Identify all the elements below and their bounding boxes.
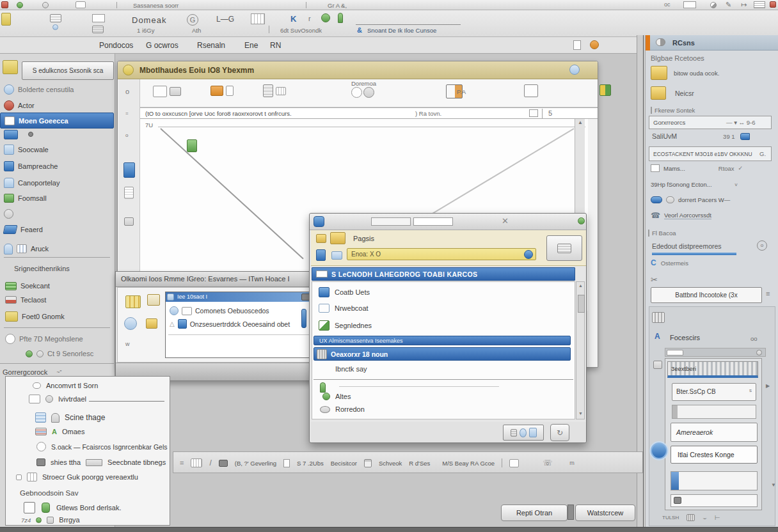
dialog-print-button[interactable] — [546, 235, 582, 261]
address-bar[interactable]: (tO to oxxcuscn [orve Uoc foro8 raoxrxor… — [140, 107, 598, 119]
menu-page-icon[interactable] — [573, 40, 581, 50]
strip-panel-icon[interactable] — [123, 162, 135, 178]
status-grid-icon[interactable] — [191, 458, 202, 467]
dialog-options-group[interactable] — [503, 425, 544, 441]
mini-window-titlebar[interactable]: Iee 10saot I — [166, 292, 314, 302]
dialog-close-icon[interactable]: ✕ — [502, 217, 509, 225]
tools-item-ancomvrt[interactable]: Ancomvrt tl Sorn — [33, 382, 98, 389]
itlai-badge-icon[interactable] — [651, 442, 667, 459]
margin-grid-icon[interactable] — [653, 361, 662, 369]
dialog-list-item-segnlednes[interactable]: Segnlednes — [319, 320, 372, 331]
list-row-amereaerok[interactable]: Amereaerok — [671, 423, 758, 442]
sidebar-item-foomsall[interactable]: Foomsall — [4, 191, 111, 206]
sidebar-search-button[interactable]: S edulkcnos Sxsonik sca — [22, 61, 114, 80]
dialog-titlebar[interactable]: ✕ — [310, 214, 586, 230]
r-tool-icon[interactable]: r — [308, 15, 311, 22]
status-seg-5[interactable]: M/S Beay RA Gcoe — [442, 460, 495, 467]
sidebar-item-sub-icon[interactable] — [4, 129, 42, 139]
dialog-scroll-down[interactable]: ▼ — [578, 411, 583, 416]
strip-doc-icon[interactable] — [124, 187, 134, 199]
tray-icon[interactable] — [92, 26, 104, 33]
mini-row-1[interactable]: Comonets Oebuoscedos — [170, 306, 269, 315]
mail-dot-icon[interactable] — [52, 24, 58, 30]
inner-window-titlebar[interactable]: Olkaomi Ioos Rmme IGreo: Esvarnes — ITwn… — [116, 272, 323, 287]
sidebar-item-foet[interactable]: Foet0 Gnomk — [5, 308, 113, 325]
sidebar-item-canoportelay[interactable]: Canoportelay — [4, 175, 111, 191]
sidebar-item-moen-selected[interactable]: Moen Goeecca — [0, 113, 114, 129]
main-window-titlebar[interactable]: Mbotlhaudes Eoiu IO8 Ybexmm — [118, 61, 598, 79]
tools-item-gtlews[interactable]: Gtlews Bord derlsak. — [24, 502, 121, 513]
toolgroup-print[interactable] — [153, 86, 181, 97]
folder-tan-icon[interactable] — [146, 318, 157, 329]
palette-icon[interactable] — [125, 295, 141, 308]
flag-dark-icon[interactable] — [219, 460, 228, 467]
status-seg-2[interactable]: Becisitcor — [331, 460, 357, 467]
toolgroup-server[interactable] — [263, 84, 286, 97]
target-icon[interactable]: o — [757, 240, 767, 251]
pencil-icon[interactable]: ✎ — [726, 1, 731, 8]
window-button-icon[interactable] — [569, 65, 580, 75]
grid-tool-icon[interactable] — [251, 13, 265, 24]
status-seg-4[interactable]: R d'Ses — [409, 460, 430, 467]
menu-item-ene[interactable]: Ene — [244, 41, 258, 50]
dialog-field-a[interactable] — [371, 217, 411, 226]
strip-mark2-icon[interactable]: = — [125, 111, 129, 116]
dialog-list-item-nrwebcoat[interactable]: Nrwebcoat — [319, 304, 369, 313]
tools-item-soack[interactable]: S.oack — Fcaisrcos Isgnrcenbkar Gels — [36, 442, 167, 451]
strip-mark3-icon[interactable]: o — [125, 133, 128, 138]
right-row-salum[interactable]: SaliUvM 39 1 — [652, 132, 771, 140]
menu-item-rsenaln[interactable]: Rsenaln — [197, 41, 225, 50]
lg-tool-icon[interactable]: L—G — [216, 15, 234, 23]
mini-row-2[interactable]: △ Onzsesuertrddck Oeoesaind obet — [170, 319, 290, 329]
menu-item-pondocos[interactable]: Pondocos — [99, 41, 133, 50]
canvas-attachment-icon[interactable] — [187, 139, 197, 152]
address-page-icon[interactable] — [529, 109, 538, 117]
strip-gray-icon[interactable] — [124, 217, 134, 226]
dialog-highlight-row[interactable]: Oeaxorxr 18 noun — [314, 347, 571, 361]
right-row-contacts[interactable]: Gorxrreorcs — ▾ ↔ 9-6 — [649, 116, 772, 129]
tab-nub[interactable] — [667, 350, 683, 356]
folder-pale-icon[interactable] — [147, 294, 160, 306]
list-row-itlai[interactable]: Itlai Crestes Konge — [671, 446, 758, 464]
tools-item-brrgya[interactable]: 7z4 Brrgya — [21, 516, 80, 524]
folder-small-icon[interactable] — [316, 234, 326, 243]
go-icon[interactable] — [524, 250, 533, 259]
expander-icon[interactable]: ~‟ — [56, 370, 61, 375]
window-box-icon[interactable] — [75, 1, 86, 8]
sidebar-item-sync[interactable] — [4, 207, 29, 220]
sidebar-item-bolderte[interactable]: Bolderte censutila — [4, 82, 111, 97]
notes-pad-icon[interactable] — [1, 13, 11, 26]
right-panel-header[interactable]: RCsns — [646, 35, 778, 51]
panel-scroll-hint[interactable]: ▼ — [771, 483, 776, 488]
sidebar-item-aruck[interactable]: Aruck — [4, 240, 111, 257]
list-row-small[interactable] — [671, 494, 758, 507]
k-tool-icon[interactable]: K — [290, 14, 296, 24]
footer-button-watstcrcew[interactable]: Watstcrcew — [575, 505, 635, 521]
right-folder-1[interactable]: bitow ouda ocok. — [651, 66, 719, 80]
sticky-note-icon[interactable] — [3, 60, 18, 74]
plant-icon[interactable] — [338, 13, 343, 23]
right-folder-2[interactable]: Neicsr — [651, 86, 694, 100]
tools-item-omaes[interactable]: A Omaes — [35, 428, 84, 435]
menu-alert-icon[interactable] — [590, 40, 599, 49]
scroll-up-icon[interactable]: ▲ — [578, 120, 583, 125]
dialog-scrollbar[interactable]: ▲ ▼ — [576, 281, 585, 419]
strip-mark-icon[interactable]: o — [125, 88, 129, 95]
subpanel-resize-icon[interactable]: ▶ — [766, 384, 770, 389]
sidebar-item-senorlesc[interactable]: Ct 9 Senorlesc — [26, 347, 113, 361]
field-monitor-icon[interactable] — [331, 251, 342, 260]
g-circle-icon[interactable] — [42, 2, 49, 8]
dialog-list-item-ibnctk[interactable]: Ibnctk say — [335, 365, 367, 373]
basket-icon[interactable] — [652, 312, 665, 323]
dialog-scroll-thumb[interactable] — [578, 295, 585, 313]
list-box-icon[interactable] — [754, 1, 765, 8]
menu-item-gocwros[interactable]: G ocwros — [146, 41, 179, 50]
sidebar-item-teclaost[interactable]: Teclaost — [5, 293, 113, 307]
list-row-blank-2[interactable] — [671, 471, 758, 490]
toolgroup-save[interactable] — [599, 84, 611, 96]
list-row-striped[interactable]: 3eextberi — [667, 361, 758, 378]
battnd-button[interactable]: Battbnd Ihcootoke (3x — [651, 287, 762, 303]
folder-pair-icon[interactable] — [330, 232, 345, 244]
footer-button-repti[interactable]: Repti Otran — [501, 505, 568, 521]
green-ball-icon[interactable] — [321, 13, 330, 22]
